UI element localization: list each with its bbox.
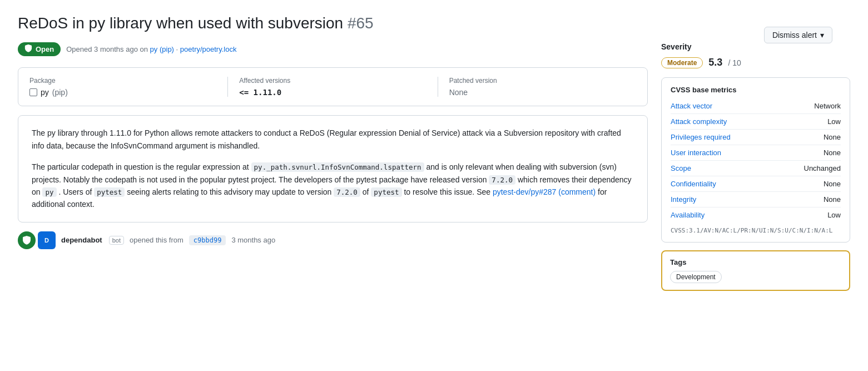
cvss-metric-label: Confidentiality bbox=[671, 180, 716, 188]
affected-versions-col: Affected versions <= 1.11.0 bbox=[239, 77, 426, 97]
description-para2: The particular codepath in question is t… bbox=[32, 161, 634, 211]
shield-timeline-avatar bbox=[18, 231, 36, 249]
cvss-metric-value: None bbox=[824, 180, 841, 188]
package-info-card: Package py (pip) Affected versions <= 1.… bbox=[18, 67, 648, 106]
package-cube-icon bbox=[29, 88, 37, 96]
patched-label: Patched version bbox=[449, 77, 636, 85]
description-para1: The py library through 1.11.0 for Python… bbox=[32, 127, 634, 152]
timeline-time: 3 months ago bbox=[231, 236, 275, 244]
patched-value: None bbox=[449, 88, 636, 97]
cvss-string: CVSS:3.1/AV:N/AC:L/PR:N/UI:N/S:U/C:N/I:N… bbox=[671, 227, 841, 234]
severity-score: 5.3 bbox=[708, 57, 722, 68]
package-name: py bbox=[41, 88, 49, 97]
shield-icon bbox=[24, 44, 32, 54]
cvss-metric-label: Attack complexity bbox=[671, 117, 727, 126]
cvss-metric-value: Unchanged bbox=[804, 164, 841, 172]
severity-section: Severity Moderate 5.3 / 10 bbox=[661, 42, 850, 68]
cvss-metric-row: AvailabilityLow bbox=[671, 209, 841, 221]
cvss-metric-value: None bbox=[824, 195, 841, 204]
cvss-title: CVSS base metrics bbox=[671, 86, 841, 94]
severity-title: Severity bbox=[661, 42, 850, 51]
patched-version-col: Patched version None bbox=[449, 77, 636, 97]
code-lspattern: py._path.svnurl.InfoSvnCommand.lspattern bbox=[251, 162, 424, 172]
code-720-1: 7.2.0 bbox=[489, 175, 515, 185]
dependabot-avatar: D bbox=[38, 231, 56, 249]
tags-title: Tags bbox=[670, 258, 841, 266]
timeline-action: opened this from bbox=[130, 236, 183, 244]
issue-number: #65 bbox=[348, 14, 374, 32]
severity-row: Moderate 5.3 / 10 bbox=[661, 57, 850, 68]
cvss-metric-label: Integrity bbox=[671, 195, 696, 204]
commit-link[interactable]: c9bbd99 bbox=[189, 235, 226, 245]
cvss-metric-value: Low bbox=[827, 211, 841, 219]
sidebar: Severity Moderate 5.3 / 10 CVSS base met… bbox=[661, 42, 850, 291]
cvss-metric-value: Network bbox=[814, 102, 841, 110]
opened-text: Opened 3 months ago on bbox=[66, 45, 148, 53]
timeline-actor: dependabot bbox=[61, 236, 102, 244]
package-label: Package bbox=[29, 77, 216, 85]
code-py: py bbox=[42, 187, 56, 197]
cvss-metric-row: Attack vectorNetwork bbox=[671, 100, 841, 112]
severity-max: / 10 bbox=[728, 58, 741, 67]
cvss-metric-value: None bbox=[824, 149, 841, 157]
affected-label: Affected versions bbox=[239, 77, 426, 85]
package-col: Package py (pip) bbox=[29, 77, 216, 97]
package-value: py (pip) bbox=[29, 88, 216, 97]
file-link[interactable]: poetry/poetry.lock bbox=[180, 45, 237, 53]
affected-value: <= 1.11.0 bbox=[239, 88, 426, 97]
code-720-2: 7.2.0 bbox=[334, 187, 360, 197]
code-pytest-1: pytest bbox=[94, 187, 125, 197]
cvss-metric-row: ConfidentialityNone bbox=[671, 177, 841, 190]
tag-pill[interactable]: Development bbox=[670, 271, 722, 283]
cvss-metric-value: None bbox=[824, 133, 841, 141]
status-label: Open bbox=[36, 45, 54, 53]
cvss-metric-label: Scope bbox=[671, 164, 691, 172]
moderate-badge: Moderate bbox=[661, 57, 703, 68]
cvss-metric-label: Availability bbox=[671, 211, 705, 219]
tags-card: Tags Development bbox=[661, 250, 850, 291]
cvss-metric-label: Attack vector bbox=[671, 102, 712, 110]
code-pytest-2: pytest bbox=[371, 187, 401, 197]
cvss-card: CVSS base metrics Attack vectorNetworkAt… bbox=[661, 77, 850, 243]
bot-badge: bot bbox=[109, 236, 124, 245]
cvss-metric-row: User interactionNone bbox=[671, 146, 841, 159]
meta-line: Open Opened 3 months ago on py (pip) · p… bbox=[18, 42, 648, 56]
open-status-badge: Open bbox=[18, 42, 61, 56]
cvss-metric-row: IntegrityNone bbox=[671, 193, 841, 206]
description-box: The py library through 1.11.0 for Python… bbox=[18, 115, 648, 222]
pytest-dev-link[interactable]: pytest-dev/py#287 (comment) bbox=[493, 187, 596, 196]
cvss-metric-label: User interaction bbox=[671, 149, 721, 157]
package-link[interactable]: py (pip) bbox=[150, 45, 174, 53]
cvss-metric-row: Attack complexityLow bbox=[671, 115, 841, 128]
cvss-metric-value: Low bbox=[827, 117, 841, 126]
timeline-entry: D dependabot bot opened this from c9bbd9… bbox=[18, 231, 648, 249]
pip-label: (pip) bbox=[52, 88, 68, 97]
cvss-metric-row: ScopeUnchanged bbox=[671, 162, 841, 175]
cvss-metric-label: Privileges required bbox=[671, 133, 731, 141]
cvss-metric-row: Privileges requiredNone bbox=[671, 131, 841, 144]
page-title: ReDoS in py library when used with subve… bbox=[18, 13, 374, 33]
